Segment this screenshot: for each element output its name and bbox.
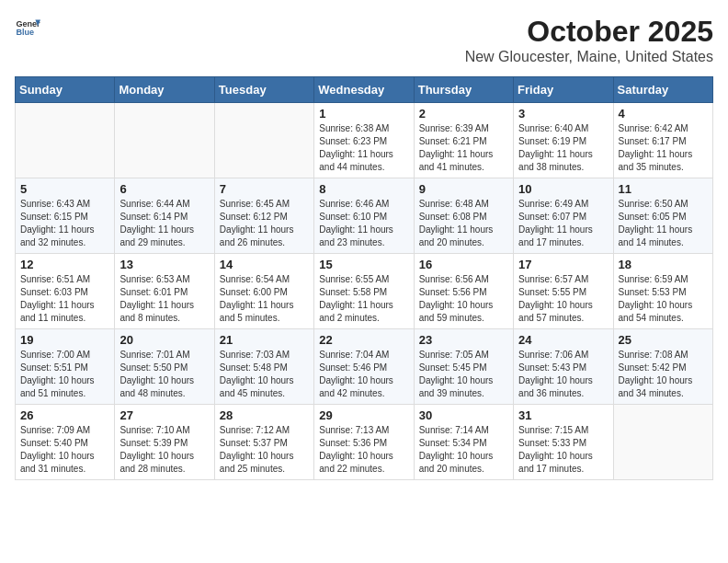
- calendar-cell: 13Sunrise: 6:53 AM Sunset: 6:01 PM Dayli…: [115, 254, 214, 329]
- calendar-cell: 17Sunrise: 6:57 AM Sunset: 5:55 PM Dayli…: [514, 254, 613, 329]
- calendar-cell: 20Sunrise: 7:01 AM Sunset: 5:50 PM Dayli…: [115, 329, 214, 405]
- title-block: October 2025 New Gloucester, Maine, Unit…: [465, 15, 713, 65]
- calendar-subtitle: New Gloucester, Maine, United States: [465, 49, 713, 65]
- day-number: 29: [319, 408, 408, 422]
- calendar-cell: 16Sunrise: 6:56 AM Sunset: 5:56 PM Dayli…: [414, 254, 513, 329]
- calendar-cell: [613, 405, 712, 480]
- calendar-week-4: 19Sunrise: 7:00 AM Sunset: 5:51 PM Dayli…: [16, 329, 713, 405]
- day-number: 28: [220, 408, 309, 422]
- weekday-header-thursday: Thursday: [414, 77, 513, 103]
- day-info: Sunrise: 7:03 AM Sunset: 5:48 PM Dayligh…: [220, 349, 309, 400]
- day-info: Sunrise: 7:14 AM Sunset: 5:34 PM Dayligh…: [419, 424, 508, 476]
- calendar-cell: [214, 103, 313, 178]
- day-info: Sunrise: 6:51 AM Sunset: 6:03 PM Dayligh…: [20, 273, 109, 325]
- day-info: Sunrise: 7:13 AM Sunset: 5:36 PM Dayligh…: [319, 424, 408, 476]
- day-number: 13: [119, 258, 209, 271]
- day-number: 12: [20, 258, 109, 271]
- calendar-cell: 29Sunrise: 7:13 AM Sunset: 5:36 PM Dayli…: [314, 405, 414, 480]
- calendar-cell: 27Sunrise: 7:10 AM Sunset: 5:39 PM Dayli…: [115, 405, 214, 480]
- day-number: 6: [119, 182, 209, 196]
- calendar-cell: 5Sunrise: 6:43 AM Sunset: 6:15 PM Daylig…: [16, 178, 115, 254]
- calendar-cell: 25Sunrise: 7:08 AM Sunset: 5:42 PM Dayli…: [613, 329, 712, 405]
- day-number: 2: [419, 107, 508, 121]
- calendar-cell: 30Sunrise: 7:14 AM Sunset: 5:34 PM Dayli…: [414, 405, 513, 480]
- day-info: Sunrise: 7:10 AM Sunset: 5:39 PM Dayligh…: [119, 424, 209, 476]
- calendar-title: October 2025: [465, 15, 713, 49]
- day-number: 7: [220, 182, 309, 196]
- weekday-header-sunday: Sunday: [16, 77, 115, 103]
- day-info: Sunrise: 6:43 AM Sunset: 6:15 PM Dayligh…: [20, 198, 109, 249]
- calendar-cell: 6Sunrise: 6:44 AM Sunset: 6:14 PM Daylig…: [115, 178, 214, 254]
- day-info: Sunrise: 7:06 AM Sunset: 5:43 PM Dayligh…: [518, 349, 608, 400]
- day-number: 30: [419, 408, 508, 422]
- calendar-cell: 2Sunrise: 6:39 AM Sunset: 6:21 PM Daylig…: [414, 103, 513, 178]
- day-number: 15: [319, 258, 408, 271]
- calendar-table: SundayMondayTuesdayWednesdayThursdayFrid…: [15, 76, 713, 480]
- calendar-cell: 14Sunrise: 6:54 AM Sunset: 6:00 PM Dayli…: [214, 254, 313, 329]
- logo-icon: General Blue: [15, 15, 40, 40]
- day-number: 19: [20, 333, 109, 347]
- calendar-cell: 7Sunrise: 6:45 AM Sunset: 6:12 PM Daylig…: [214, 178, 313, 254]
- day-number: 23: [419, 333, 508, 347]
- day-number: 26: [20, 408, 109, 422]
- day-info: Sunrise: 7:12 AM Sunset: 5:37 PM Dayligh…: [220, 424, 309, 476]
- day-number: 20: [119, 333, 209, 347]
- calendar-cell: [115, 103, 214, 178]
- day-info: Sunrise: 6:59 AM Sunset: 5:53 PM Dayligh…: [619, 273, 708, 325]
- calendar-cell: 9Sunrise: 6:48 AM Sunset: 6:08 PM Daylig…: [414, 178, 513, 254]
- day-number: 10: [518, 182, 608, 196]
- day-number: 18: [619, 258, 708, 271]
- day-number: 25: [619, 333, 708, 347]
- day-info: Sunrise: 6:55 AM Sunset: 5:58 PM Dayligh…: [319, 273, 408, 325]
- day-info: Sunrise: 7:15 AM Sunset: 5:33 PM Dayligh…: [518, 424, 608, 476]
- calendar-cell: 21Sunrise: 7:03 AM Sunset: 5:48 PM Dayli…: [214, 329, 313, 405]
- svg-text:Blue: Blue: [16, 28, 34, 37]
- day-info: Sunrise: 6:45 AM Sunset: 6:12 PM Dayligh…: [220, 198, 309, 249]
- day-info: Sunrise: 6:49 AM Sunset: 6:07 PM Dayligh…: [518, 198, 608, 249]
- day-info: Sunrise: 7:05 AM Sunset: 5:45 PM Dayligh…: [419, 349, 508, 400]
- calendar-cell: 8Sunrise: 6:46 AM Sunset: 6:10 PM Daylig…: [314, 178, 414, 254]
- day-number: 14: [220, 258, 309, 271]
- day-info: Sunrise: 6:42 AM Sunset: 6:17 PM Dayligh…: [619, 122, 708, 174]
- calendar-cell: 10Sunrise: 6:49 AM Sunset: 6:07 PM Dayli…: [514, 178, 613, 254]
- calendar-week-1: 1Sunrise: 6:38 AM Sunset: 6:23 PM Daylig…: [16, 103, 713, 178]
- day-info: Sunrise: 7:04 AM Sunset: 5:46 PM Dayligh…: [319, 349, 408, 400]
- weekday-header-saturday: Saturday: [613, 77, 712, 103]
- day-number: 24: [518, 333, 608, 347]
- day-number: 5: [20, 182, 109, 196]
- calendar-cell: 15Sunrise: 6:55 AM Sunset: 5:58 PM Dayli…: [314, 254, 414, 329]
- day-info: Sunrise: 6:40 AM Sunset: 6:19 PM Dayligh…: [518, 122, 608, 174]
- calendar-week-5: 26Sunrise: 7:09 AM Sunset: 5:40 PM Dayli…: [16, 405, 713, 480]
- day-info: Sunrise: 6:39 AM Sunset: 6:21 PM Dayligh…: [419, 122, 508, 174]
- calendar-cell: 31Sunrise: 7:15 AM Sunset: 5:33 PM Dayli…: [514, 405, 613, 480]
- logo: General Blue: [15, 15, 40, 40]
- calendar-week-2: 5Sunrise: 6:43 AM Sunset: 6:15 PM Daylig…: [16, 178, 713, 254]
- day-info: Sunrise: 6:53 AM Sunset: 6:01 PM Dayligh…: [119, 273, 209, 325]
- calendar-cell: 26Sunrise: 7:09 AM Sunset: 5:40 PM Dayli…: [16, 405, 115, 480]
- day-info: Sunrise: 6:38 AM Sunset: 6:23 PM Dayligh…: [319, 122, 408, 174]
- calendar-cell: 3Sunrise: 6:40 AM Sunset: 6:19 PM Daylig…: [514, 103, 613, 178]
- day-info: Sunrise: 6:44 AM Sunset: 6:14 PM Dayligh…: [119, 198, 209, 249]
- day-info: Sunrise: 6:48 AM Sunset: 6:08 PM Dayligh…: [419, 198, 508, 249]
- day-info: Sunrise: 6:54 AM Sunset: 6:00 PM Dayligh…: [220, 273, 309, 325]
- day-number: 1: [319, 107, 408, 121]
- day-info: Sunrise: 6:46 AM Sunset: 6:10 PM Dayligh…: [319, 198, 408, 249]
- day-number: 17: [518, 258, 608, 271]
- weekday-header-wednesday: Wednesday: [314, 77, 414, 103]
- calendar-cell: 11Sunrise: 6:50 AM Sunset: 6:05 PM Dayli…: [613, 178, 712, 254]
- calendar-cell: 18Sunrise: 6:59 AM Sunset: 5:53 PM Dayli…: [613, 254, 712, 329]
- weekday-header-tuesday: Tuesday: [214, 77, 313, 103]
- day-info: Sunrise: 6:56 AM Sunset: 5:56 PM Dayligh…: [419, 273, 508, 325]
- day-number: 3: [518, 107, 608, 121]
- day-number: 16: [419, 258, 508, 271]
- day-number: 31: [518, 408, 608, 422]
- weekday-header-monday: Monday: [115, 77, 214, 103]
- calendar-cell: 12Sunrise: 6:51 AM Sunset: 6:03 PM Dayli…: [16, 254, 115, 329]
- calendar-week-3: 12Sunrise: 6:51 AM Sunset: 6:03 PM Dayli…: [16, 254, 713, 329]
- calendar-cell: 22Sunrise: 7:04 AM Sunset: 5:46 PM Dayli…: [314, 329, 414, 405]
- day-number: 27: [119, 408, 209, 422]
- calendar-cell: 1Sunrise: 6:38 AM Sunset: 6:23 PM Daylig…: [314, 103, 414, 178]
- day-number: 4: [619, 107, 708, 121]
- calendar-cell: 23Sunrise: 7:05 AM Sunset: 5:45 PM Dayli…: [414, 329, 513, 405]
- day-number: 11: [619, 182, 708, 196]
